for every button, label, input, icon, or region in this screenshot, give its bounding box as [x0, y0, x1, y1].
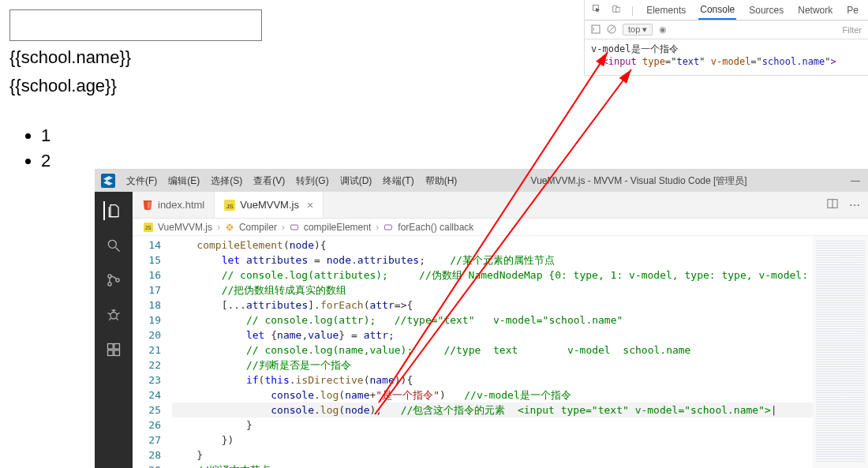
svg-rect-29 [385, 225, 392, 230]
list-item: 1 [41, 123, 278, 148]
console-sidebar-toggle-icon[interactable] [591, 24, 600, 36]
tab-console[interactable]: Console [698, 1, 736, 20]
menu-go[interactable]: 转到(G) [296, 174, 328, 188]
menu-view[interactable]: 查看(V) [253, 174, 285, 188]
console-log-line: v-model是一个指令 [591, 43, 862, 56]
svg-rect-21 [114, 344, 120, 350]
tab-sources[interactable]: Sources [747, 2, 785, 19]
device-toggle-icon[interactable] [612, 5, 621, 16]
svg-rect-3 [592, 25, 600, 33]
tab-more[interactable]: Pe [845, 2, 860, 19]
tab-network[interactable]: Network [796, 2, 834, 19]
svg-line-13 [108, 313, 110, 315]
svg-rect-2 [615, 7, 619, 12]
vscode-menubar: 文件(F) 编辑(E) 选择(S) 查看(V) 转到(G) 调试(D) 终端(T… [126, 174, 457, 188]
breadcrumb[interactable]: JS VueMVVM.js › Compiler › compileElemen… [133, 219, 868, 236]
svg-point-8 [108, 275, 111, 278]
code-editor[interactable]: 14151617181920212223242526272829 compile… [133, 236, 868, 468]
menu-debug[interactable]: 调试(D) [340, 174, 372, 188]
more-actions-icon[interactable]: ⋯ [849, 199, 860, 212]
minimap[interactable] [813, 236, 868, 468]
svg-line-7 [116, 248, 120, 252]
menu-edit[interactable]: 编辑(E) [168, 174, 200, 188]
svg-text:JS: JS [145, 225, 152, 230]
svg-rect-28 [290, 225, 297, 230]
svg-point-9 [108, 283, 111, 286]
code-content[interactable]: compileElement(node){ let attributes = n… [172, 236, 813, 468]
clear-console-icon[interactable] [607, 24, 616, 36]
svg-line-14 [117, 313, 119, 315]
school-name-input[interactable] [9, 9, 262, 41]
template-text-1: {{school.name}} [9, 46, 278, 69]
menu-select[interactable]: 选择(S) [211, 174, 242, 188]
editor-tabs: index.html JS VueMVVM.js × ⋯ [133, 192, 868, 219]
tab-label: index.html [158, 199, 204, 211]
activity-bar [95, 192, 133, 468]
console-log-line: <input type="text" v-model="school.name"… [591, 56, 862, 67]
tab-vuemvvm-js[interactable]: JS VueMVVM.js × [215, 192, 324, 218]
console-subbar: top ▾ ◉ Filter [585, 21, 868, 39]
template-text-2: {{school.age}} [9, 74, 278, 98]
menu-file[interactable]: 文件(F) [126, 174, 157, 188]
extensions-icon[interactable] [104, 340, 123, 359]
vscode-logo-icon [101, 174, 115, 188]
debug-icon[interactable] [104, 305, 123, 324]
rendered-page: {{school.name}} {{school.age}} 1 2 [9, 9, 278, 174]
minimize-icon[interactable]: — [851, 175, 860, 186]
svg-line-15 [109, 318, 111, 320]
tab-elements[interactable]: Elements [645, 2, 687, 19]
svg-point-11 [110, 313, 117, 319]
console-filter[interactable]: Filter [843, 25, 862, 35]
explorer-icon[interactable] [103, 201, 122, 220]
search-icon[interactable] [104, 236, 123, 255]
close-tab-icon[interactable]: × [307, 199, 313, 212]
line-gutter: 14151617181920212223242526272829 [133, 236, 172, 468]
svg-line-5 [608, 26, 615, 32]
live-expression-icon[interactable]: ◉ [659, 24, 667, 35]
tab-index-html[interactable]: index.html [133, 192, 215, 218]
vscode-window: 文件(F) 编辑(E) 选择(S) 查看(V) 转到(G) 调试(D) 终端(T… [95, 169, 868, 468]
breadcrumb-item[interactable]: compileElement [304, 222, 371, 233]
console-output: v-model是一个指令 <input type="text" v-model=… [585, 39, 868, 75]
breadcrumb-item[interactable]: Compiler [239, 222, 277, 233]
svg-line-16 [116, 318, 118, 320]
template-list: 1 2 [41, 123, 278, 174]
tab-label: VueMVVM.js [240, 199, 299, 211]
vscode-titlebar: 文件(F) 编辑(E) 选择(S) 查看(V) 转到(G) 调试(D) 终端(T… [95, 170, 868, 192]
menu-terminal[interactable]: 终端(T) [383, 174, 413, 188]
split-editor-icon[interactable] [827, 198, 838, 212]
menu-help[interactable]: 帮助(H) [425, 174, 458, 188]
svg-text:JS: JS [226, 202, 234, 209]
svg-rect-20 [114, 350, 120, 356]
breadcrumb-item[interactable]: VueMVVM.js [158, 222, 212, 233]
breadcrumb-item[interactable]: forEach() callback [398, 222, 473, 233]
context-selector[interactable]: top ▾ [623, 24, 653, 36]
inspect-icon[interactable] [593, 5, 601, 16]
svg-point-10 [116, 279, 119, 282]
devtools-panel: | Elements Console Sources Network Pe to… [584, 0, 868, 76]
svg-rect-19 [108, 350, 114, 356]
editor-area: index.html JS VueMVVM.js × ⋯ JS VueMVVM.… [133, 192, 868, 468]
devtools-toolbar: | Elements Console Sources Network Pe [585, 0, 868, 21]
svg-point-6 [108, 240, 116, 248]
svg-rect-18 [108, 344, 114, 350]
source-control-icon[interactable] [104, 271, 123, 290]
window-title: VueMVVM.js - MVVM - Visual Studio Code [… [457, 174, 821, 188]
